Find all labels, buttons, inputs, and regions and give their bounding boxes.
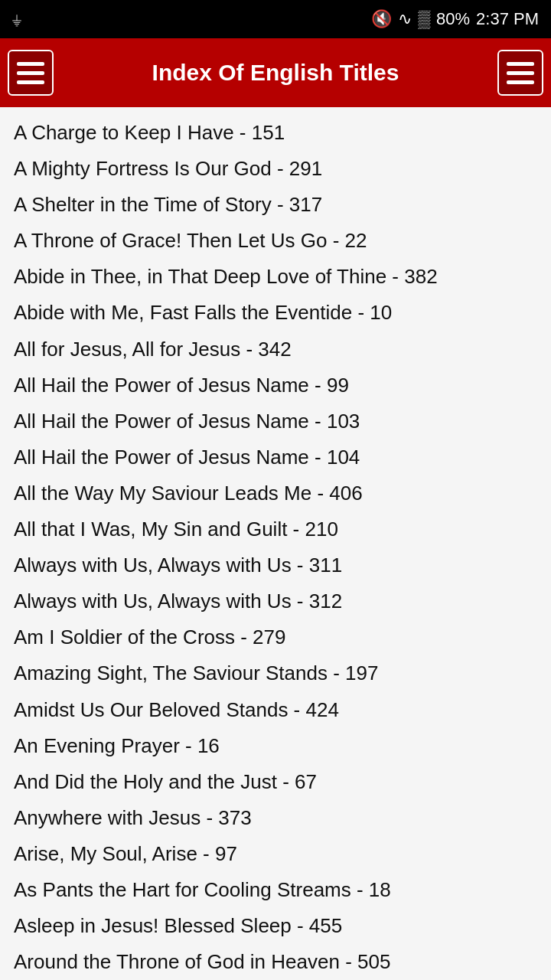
menu-line-2 — [507, 71, 534, 75]
list-item[interactable]: All that I Was, My Sin and Guilt - 210 — [14, 511, 537, 547]
menu-line-1 — [507, 62, 534, 66]
list-item[interactable]: A Charge to Keep I Have - 151 — [14, 115, 537, 151]
list-item[interactable]: All Hail the Power of Jesus Name - 104 — [14, 439, 537, 475]
list-item[interactable]: Always with Us, Always with Us - 311 — [14, 547, 537, 583]
right-menu-button[interactable] — [497, 50, 543, 96]
list-item[interactable]: All Hail the Power of Jesus Name - 99 — [14, 368, 537, 403]
list-item[interactable]: And Did the Holy and the Just - 67 — [14, 764, 537, 800]
list-item[interactable]: Anywhere with Jesus - 373 — [14, 800, 537, 836]
list-item[interactable]: A Shelter in the Time of Story - 317 — [14, 187, 537, 223]
list-item[interactable]: Asleep in Jesus! Blessed Sleep - 455 — [14, 908, 537, 944]
status-bar: ⏚ 🔇 ∿ ▒ 80% 2:37 PM — [0, 0, 551, 38]
list-item[interactable]: Amazing Sight, The Saviour Stands - 197 — [14, 655, 537, 691]
list-item[interactable]: A Throne of Grace! Then Let Us Go - 22 — [14, 223, 537, 259]
list-item[interactable]: All Hail the Power of Jesus Name - 103 — [14, 403, 537, 439]
list-item[interactable]: Abide with Me, Fast Falls the Eventide -… — [14, 295, 537, 331]
wifi-icon: ∿ — [398, 9, 412, 29]
page-title: Index Of English Titles — [54, 60, 497, 86]
list-item[interactable]: All the Way My Saviour Leads Me - 406 — [14, 475, 537, 511]
list-item[interactable]: Am I Soldier of the Cross - 279 — [14, 619, 537, 655]
current-time: 2:37 PM — [476, 9, 539, 29]
signal-icon: ▒ — [418, 9, 430, 29]
list-item[interactable]: All for Jesus, All for Jesus - 342 — [14, 332, 537, 368]
menu-line-3 — [17, 80, 44, 84]
mute-icon: 🔇 — [371, 9, 392, 29]
list-item[interactable]: Around the Throne of God in Heaven - 505 — [14, 944, 537, 980]
usb-icon: ⏚ — [12, 11, 21, 28]
list-item[interactable]: Arise, My Soul, Arise - 97 — [14, 836, 537, 872]
left-menu-button[interactable] — [8, 50, 54, 96]
menu-line-1 — [17, 62, 44, 66]
list-item[interactable]: A Mighty Fortress Is Our God - 291 — [14, 151, 537, 187]
list-item[interactable]: Abide in Thee, in That Deep Love of Thin… — [14, 259, 537, 295]
list-item[interactable]: An Evening Prayer - 16 — [14, 728, 537, 764]
app-header: Index Of English Titles — [0, 38, 551, 107]
list-item[interactable]: Always with Us, Always with Us - 312 — [14, 583, 537, 619]
list-item[interactable]: Amidst Us Our Beloved Stands - 424 — [14, 692, 537, 728]
hymn-index-list: A Charge to Keep I Have - 151A Mighty Fo… — [0, 107, 551, 980]
list-item[interactable]: As Pants the Hart for Cooling Streams - … — [14, 872, 537, 908]
battery-level: 80% — [436, 9, 470, 29]
menu-line-2 — [17, 71, 44, 75]
menu-line-3 — [507, 80, 534, 84]
